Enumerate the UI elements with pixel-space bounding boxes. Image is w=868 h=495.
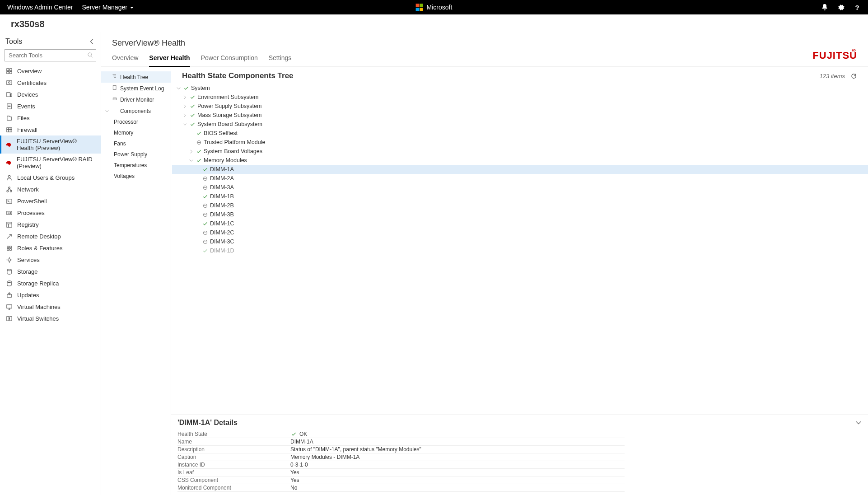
tool-item-devices[interactable]: Devices [0,89,101,100]
tree-node[interactable]: DIMM-1A [172,165,868,174]
details-value: Memory Modules - DIMM-1A [290,454,625,460]
subnav-driver-monitor[interactable]: Driver Monitor [101,94,171,105]
tree-node[interactable]: Power Supply Subsystem [172,102,868,111]
tool-label: Storage [17,268,38,275]
tool-item-users[interactable]: Local Users & Groups [0,172,101,183]
tree-node[interactable]: BIOS Selftest [172,129,868,138]
tool-item-network[interactable]: Network [0,183,101,195]
tree-node-label: DIMM-2C [210,229,234,236]
tree-node[interactable]: Trusted Platform Module [172,138,868,147]
tool-item-cert[interactable]: Certificates [0,77,101,89]
tab-power-consumption[interactable]: Power Consumption [201,51,258,66]
refresh-icon[interactable] [850,73,857,79]
tree-node[interactable]: Environment Subsystem [172,93,868,102]
tool-item-updates[interactable]: Updates [0,289,101,301]
tree-toggle-icon[interactable] [182,104,187,108]
tree-node[interactable]: DIMM-2A [172,174,868,183]
settings-icon[interactable] [837,4,845,11]
tool-item-reg[interactable]: Registry [0,219,101,230]
tool-label: Processes [17,210,45,216]
tool-item-events[interactable]: Events [0,100,101,112]
tool-label: Local Users & Groups [17,174,75,181]
tool-item-proc[interactable]: Processes [0,207,101,219]
tool-item-rdp[interactable]: Remote Desktop [0,230,101,242]
subnav-child-fans[interactable]: Fans [101,138,171,149]
help-icon[interactable]: ? [854,4,861,11]
subnav-child-temperatures[interactable]: Temperatures [101,160,171,171]
tool-item-fujitsu[interactable]: FUJITSU ServerView® Health (Preview) [0,135,101,154]
notifications-icon[interactable] [821,4,828,11]
tab-settings[interactable]: Settings [269,51,292,66]
tree-node-label: DIMM-1C [210,220,234,227]
subnav-child-processor[interactable]: Processor [101,117,171,127]
tree-node[interactable]: System Board Voltages [172,147,868,156]
tree-node[interactable]: DIMM-1D [172,246,868,255]
tool-item-storage[interactable]: Storage [0,266,101,277]
tree-node[interactable]: DIMM-3B [172,210,868,219]
status-ok-icon [196,130,202,136]
subnav-child-memory[interactable]: Memory [101,127,171,138]
tab-server-health[interactable]: Server Health [149,51,190,67]
svg-rect-31 [7,246,9,248]
tool-label: Certificates [17,79,47,86]
chevron-down-icon[interactable] [855,420,862,426]
svg-line-24 [9,188,11,190]
chevron-down-icon [130,4,134,11]
tree-node[interactable]: System Board Subsystem [172,120,868,129]
chevron-left-icon[interactable] [89,38,95,45]
files-icon [5,114,13,121]
details-row: DescriptionStatus of "DIMM-1A", parent s… [177,446,625,453]
tree-toggle-icon[interactable] [188,159,194,163]
subnav-system-event-log[interactable]: System Event Log [101,83,171,94]
tree-node[interactable]: DIMM-3C [172,237,868,246]
subnav-child-power-supply[interactable]: Power Supply [101,149,171,160]
status-na-icon [202,184,208,191]
tabs: OverviewServer HealthPower ConsumptionSe… [101,51,868,67]
tool-item-files[interactable]: Files [0,112,101,124]
tree-toggle-icon[interactable] [182,113,187,117]
tree-node-label: DIMM-1A [210,166,234,173]
tree-node[interactable]: DIMM-3A [172,183,868,192]
subnav-icon [112,96,117,103]
app-name[interactable]: Windows Admin Center [7,4,73,11]
tree-toggle-icon[interactable] [182,95,187,99]
tree-toggle-icon[interactable] [182,122,187,126]
tool-item-firewall[interactable]: Firewall [0,124,101,135]
tool-label: Events [17,103,35,110]
fujitsu-logo: FUJITSU [812,50,857,61]
svg-rect-13 [6,127,11,131]
tool-item-svc[interactable]: Services [0,254,101,266]
tree-toggle-icon[interactable] [188,149,194,154]
search-tools-input[interactable] [5,49,96,61]
subnav-health-tree[interactable]: Health Tree [101,71,171,83]
tree-node[interactable]: Mass Storage Subsystem [172,111,868,120]
tool-item-storage[interactable]: Storage Replica [0,277,101,289]
status-ok-icon [183,85,189,91]
subnav-components[interactable]: Components [101,105,171,117]
tree-toggle-icon[interactable] [176,86,181,90]
tool-item-overview[interactable]: Overview [0,65,101,77]
tool-item-vs[interactable]: Virtual Switches [0,313,101,324]
tree-node[interactable]: DIMM-1B [172,192,868,201]
tool-item-roles[interactable]: Roles & Features [0,242,101,254]
tool-item-ps[interactable]: PowerShell [0,195,101,207]
server-manager-dropdown[interactable]: Server Manager [82,4,134,11]
tool-label: Remote Desktop [17,233,61,240]
tree-node[interactable]: Memory Modules [172,156,868,165]
tab-overview[interactable]: Overview [112,51,138,66]
tree-node-label: Mass Storage Subsystem [197,112,261,118]
details-row: Health StateOK [177,430,625,438]
subnav-icon [112,74,117,80]
details-value: Yes [290,469,625,476]
tool-item-fujitsu[interactable]: FUJITSU ServerView® RAID (Preview) [0,154,101,172]
tree-node[interactable]: DIMM-2B [172,201,868,210]
tree-node[interactable]: DIMM-2C [172,228,868,237]
tool-label: Updates [17,292,39,299]
tree-node[interactable]: DIMM-1C [172,219,868,228]
tree-node[interactable]: System [172,84,868,93]
tool-list: OverviewCertificatesDevicesEventsFilesFi… [0,65,101,324]
status-ok-icon [202,193,208,200]
subnav-child-voltages[interactable]: Voltages [101,171,171,182]
tree[interactable]: SystemEnvironment SubsystemPower Supply … [172,83,868,415]
tool-item-vm[interactable]: Virtual Machines [0,301,101,313]
